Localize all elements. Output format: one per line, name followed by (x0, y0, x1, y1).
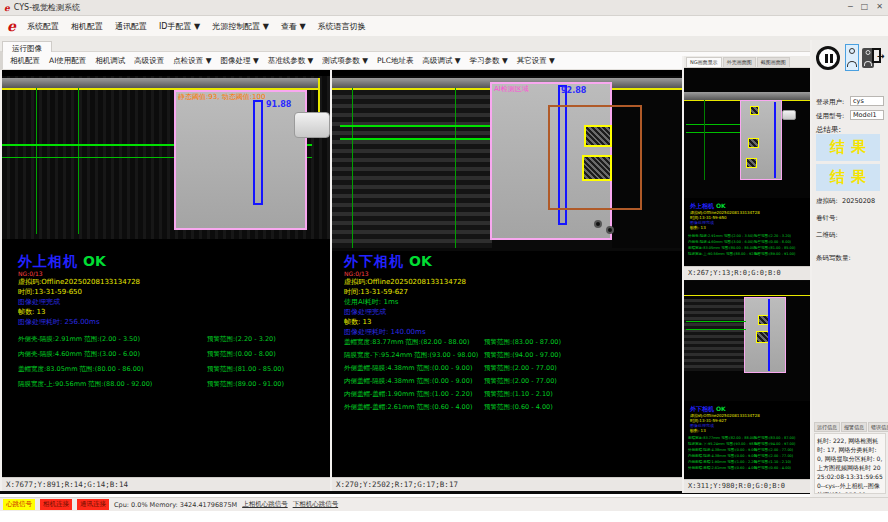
mini-tab-snapshot-view[interactable]: 截图画面图 (757, 57, 790, 67)
menu-system-config[interactable]: 系统配置 (21, 21, 65, 32)
measurement-text: 内侧盖帽-隔膜:4.38mm 范围:(0.00 - 9.00) (688, 454, 757, 458)
green-reference-vline (352, 88, 353, 248)
measurement-warn: 预警范围:(81.00 - 85.00) (754, 246, 795, 250)
pixel-coordinate-readout: X:311;Y:980;R:0;G:0;B:0 (684, 479, 810, 493)
yellow-reference-vline (318, 78, 320, 112)
camera-name: 外下相机 (344, 253, 404, 269)
pause-bar (825, 54, 828, 63)
measurement-warn: 预警范围:(2.00 - 77.00) (754, 448, 793, 452)
heartbeat-status-badge: 心跳信号 (3, 499, 35, 510)
menu-light-config[interactable]: 光源控制配置 ▼ (206, 21, 275, 32)
measurement-text: 内侧盖帽-盖帽:1.90mm 范围:(1.00 - 2.20) (344, 390, 472, 399)
qr-code-label: 二维码: (816, 231, 838, 240)
mini-tab-shell-view[interactable]: 外壳画面图 (723, 57, 756, 67)
measurement-text: 内侧壳-隔膜:4.60mm 范围:(3.00 - 6.00) (18, 350, 140, 359)
green-reference-vline (78, 88, 79, 234)
process-done-line: 图像处理完成 (18, 297, 60, 307)
mini-panel-lower[interactable]: 外下相机OK 虚拟码:Offline20250208133134728 时间:1… (684, 281, 810, 493)
camera-panel-upper[interactable]: 静态阈值:93, 动态阈值:100 91.88 外上相机OK NG:0/13 虚… (2, 70, 330, 491)
tb-other-settings[interactable]: 其它设置 ▼ (517, 56, 555, 66)
tb-advanced-settings[interactable]: 高级设置 (134, 56, 164, 66)
menu-camera-config[interactable]: 相机配置 (65, 21, 109, 32)
tb-advanced-debug[interactable]: 高级调试 ▼ (422, 56, 460, 66)
camera-panel-lower[interactable]: AI检测区域 92.88 外下相机OK NG:0/13 虚拟码:Offline2… (332, 70, 682, 491)
elapsed-line: 图像处理耗时: 140.00ms (344, 327, 426, 337)
measured-width-value: 92.88 (561, 86, 586, 95)
measurement-warn: 预警范围:(2.20 - 3.20) (754, 234, 791, 238)
frame-count-line: 帧数: 13 (690, 225, 706, 230)
menu-view[interactable]: 查看 ▼ (275, 21, 312, 32)
upper-camera-heartbeat-link[interactable]: 上相机心跳信号 (242, 500, 288, 509)
measurement-warn: 预警范围:(2.20 - 3.20) (207, 335, 276, 344)
measurement-warn: 预警范围:(94.00 - 97.00) (484, 351, 561, 360)
measured-width-value: 91.88 (266, 100, 291, 109)
measurement-text: 外侧盖帽-隔膜:4.38mm 范围:(0.00 - 9.00) (688, 448, 757, 452)
pause-button[interactable] (816, 46, 840, 70)
exit-arrow-icon: → (877, 51, 885, 61)
model-label: 使用型号: (816, 112, 844, 121)
tb-plc-address[interactable]: PLC地址表 (377, 56, 413, 66)
image-top-band (684, 92, 810, 100)
measurement-warn: 预警范围:(83.00 - 87.00) (754, 436, 795, 440)
green-measure-line (686, 132, 740, 133)
tb-test-params[interactable]: 测试项参数 ▼ (322, 56, 368, 66)
cpu-memory-readout: Cpu: 0.0% Memory: 3424.41796875M (114, 501, 237, 509)
pause-bar (830, 54, 833, 63)
tb-camera-debug[interactable]: 相机调试 (95, 56, 125, 66)
measurement-text: 外侧壳-隔膜:2.91mm 范围:(2.00 - 3.50) (688, 234, 754, 238)
mini-tab-ng-display[interactable]: NG画面显示 (686, 57, 722, 67)
green-reference-vline (36, 88, 37, 234)
close-icon[interactable]: ✕ (876, 2, 883, 11)
roi-rect-yellow (582, 155, 612, 181)
window-controls: ─ □ ✕ (848, 2, 883, 11)
app-logo-icon: e (7, 18, 16, 34)
result-ok-label: OK (409, 253, 432, 269)
tb-camera-config[interactable]: 相机配置 (10, 56, 40, 66)
menu-idhand-config[interactable]: ID手配置 ▼ (153, 21, 206, 32)
pixel-coordinate-readout: X:267;Y:13;R:0;G:0;B:0 (684, 266, 810, 280)
menu-comm-config[interactable]: 通讯配置 (109, 21, 153, 32)
menu-language-switch[interactable]: 系统语言切换 (312, 21, 372, 32)
camera-name: 外上相机 (690, 202, 714, 209)
result-ok-label: OK (716, 202, 726, 209)
result-box-lower: 结果 (816, 164, 880, 191)
exit-button[interactable]: → (872, 45, 888, 69)
comm-connection-badge: 通讯连接 (77, 499, 109, 510)
measurement-text: 盖帽宽度:83.05mm 范围:(80.00 - 86.00) (688, 246, 756, 250)
measurement-warn: 预警范围:(0.00 - 8.00) (207, 350, 276, 359)
pause-icon (816, 46, 840, 70)
frame-count-line: 帧数: 13 (690, 428, 706, 433)
measurement-text: 隔膜宽度-下:95.24mm 范围:(93.00 - 98.00) (688, 442, 760, 446)
minimize-icon[interactable]: ─ (848, 2, 853, 11)
measurement-warn: 预警范围:(2.00 - 77.00) (484, 377, 557, 386)
run-log-text[interactable]: 耗时: 222, 网络检测耗时: 17, 网络分类耗时: 0, 网络提取分区耗时… (814, 433, 886, 494)
log-tab-alarm-info[interactable]: 报警信息 (841, 422, 867, 432)
model-value[interactable]: Model1 (850, 110, 884, 120)
lower-camera-heartbeat-link[interactable]: 下相机心跳信号 (293, 500, 339, 509)
user-icon-body (847, 61, 857, 67)
roi-rect-yellow (746, 158, 757, 168)
tb-ai-usage-config[interactable]: AI使用配置 (49, 56, 86, 66)
login-user-value[interactable]: cys (850, 96, 884, 106)
tb-spot-check[interactable]: 点检设置 ▼ (173, 56, 211, 66)
measurement-warn: 预警范围:(0.00 - 8.00) (754, 240, 791, 244)
tb-image-processing[interactable]: 图像处理 ▼ (221, 56, 259, 66)
time-line: 时间:13-31-59-650 (18, 287, 82, 297)
log-tab-error-info[interactable]: 错误信息 (868, 422, 888, 432)
user-icon (849, 48, 855, 54)
maximize-icon[interactable]: □ (861, 2, 869, 11)
mini-panel-upper[interactable]: NG画面显示 外壳画面图 截图画面图 外上相机OK 虚拟码:Offline202… (684, 56, 810, 280)
user-mode-button-selected[interactable] (845, 44, 859, 71)
log-tab-run-info[interactable]: 运行信息 (814, 422, 840, 432)
machine-texture (332, 88, 492, 248)
measurement-text: 内侧盖帽-隔膜:4.38mm 范围:(0.00 - 9.00) (344, 377, 472, 386)
measurement-text: 内侧盖帽-盖帽:1.90mm 范围:(1.00 - 2.20) (688, 460, 757, 464)
process-done-line: 图像处理完成 (344, 307, 386, 317)
green-reference-vline (704, 100, 705, 180)
tb-learning-params[interactable]: 学习参数 ▼ (470, 56, 508, 66)
roi-line-blue (774, 102, 776, 178)
green-measure-line (686, 329, 746, 330)
tb-baseline-params[interactable]: 基准线参数 ▼ (268, 56, 314, 66)
green-measure-line (686, 321, 746, 322)
title-bar: e CYS-视觉检测系统 ─ □ ✕ (0, 0, 888, 16)
